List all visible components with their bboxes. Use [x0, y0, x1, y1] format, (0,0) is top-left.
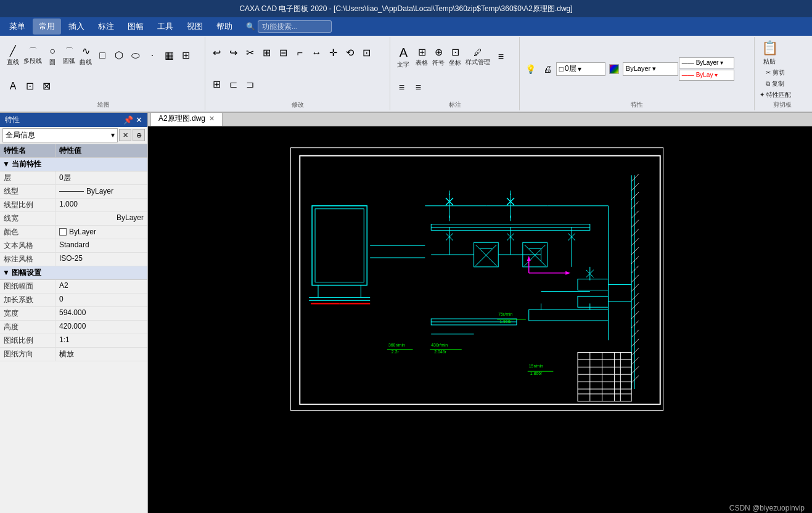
- tool-point[interactable]: ·: [144, 49, 160, 63]
- tool-circle[interactable]: ○ 圆: [44, 44, 60, 67]
- linetype-selector[interactable]: ByLayer ▾: [623, 62, 678, 76]
- canvas-area[interactable]: 360r/min 2.2r 430r/min 2.046r 75r/min 1.…: [148, 126, 812, 513]
- prop-selector-value: 全局信息: [6, 130, 111, 141]
- ribbon-group-modify: ↩ ↪ ✂ ⊞ ⊟ ⌐ ↔ ✛ ⟲ ⊡ ⊞ ⊏ ⊐ 修改: [206, 37, 390, 110]
- tool-poly[interactable]: ⬡: [111, 49, 127, 63]
- copy-label: ⧉ 复制: [766, 80, 784, 88]
- tool-block[interactable]: ⊞: [178, 49, 194, 63]
- tool-cut[interactable]: ✂ 剪切: [758, 68, 793, 78]
- clipboard-tools: 📋 粘贴 ✂ 剪切 ⧉ 复制 ✦ 特性匹配: [758, 38, 807, 100]
- tool-table[interactable]: ⊞ 表格: [414, 46, 430, 68]
- svg-line-63: [631, 256, 639, 264]
- tool-text-ann[interactable]: A 文字: [393, 43, 413, 70]
- svg-text:360r/min: 360r/min: [388, 342, 405, 347]
- color-swatch: [59, 228, 67, 236]
- prop-row-width: 宽度 594.000: [0, 307, 147, 321]
- tool-paste[interactable]: 📋 粘贴: [758, 38, 782, 67]
- tool-curve[interactable]: ∿ 曲线: [78, 44, 94, 67]
- tool-align-left[interactable]: ≡: [493, 50, 509, 64]
- svg-rect-2: [312, 205, 367, 285]
- tool-redo[interactable]: ↪: [225, 46, 241, 60]
- layer-selector-arrow: ▾: [578, 65, 581, 73]
- svg-rect-30: [474, 242, 499, 267]
- menu-item-menu[interactable]: 菜单: [3, 18, 31, 35]
- prop-col-name: 特性名: [0, 144, 55, 157]
- prop-action-btn-2[interactable]: ⊕: [133, 129, 145, 141]
- tool-align-right[interactable]: ≡: [410, 81, 426, 95]
- line-width-selector[interactable]: —— ByLay ▾: [679, 70, 734, 81]
- prop-section-drawing[interactable]: ▼ 图幅设置: [0, 266, 147, 280]
- prop-row-scale: 图纸比例 1:1: [0, 334, 147, 348]
- prop-row-orientation: 图纸方向 横放: [0, 348, 147, 361]
- tool-stretch[interactable]: ⊐: [242, 78, 258, 92]
- tool-move[interactable]: ✛: [325, 46, 341, 60]
- polyline-icon: ⌒: [29, 46, 37, 57]
- svg-rect-77: [578, 279, 609, 290]
- doc-tab-close-button[interactable]: ✕: [209, 115, 215, 123]
- prop-pin-button[interactable]: 📌: [123, 115, 133, 125]
- menu-item-drawing[interactable]: 图幅: [121, 18, 150, 35]
- prop-selector[interactable]: 全局信息 ▾: [2, 128, 118, 142]
- doc-tab-a2[interactable]: A2原理图.dwg ✕: [150, 113, 223, 126]
- tool-fillet[interactable]: ⌐: [292, 46, 308, 60]
- tool-style-mgr[interactable]: 🖊 样式管理: [464, 46, 492, 67]
- layer-selector[interactable]: □ 0层 ▾: [556, 62, 605, 76]
- tool-ellipse[interactable]: ⬭: [128, 49, 144, 63]
- rect-icon: □: [99, 49, 105, 62]
- prop-close-button[interactable]: ✕: [136, 115, 142, 125]
- menu-item-annotation[interactable]: 标注: [92, 18, 120, 35]
- workspace: 特性 📌 ✕ 全局信息 ▾ ✕ ⊕ 特性名 特性值 ▼ 当前特性: [0, 113, 812, 513]
- tool-hatch[interactable]: ▦: [161, 49, 177, 63]
- cut-copy-tools: ✂ 剪切 ⧉ 复制 ✦ 特性匹配: [758, 68, 793, 100]
- svg-line-70: [631, 321, 639, 328]
- line-style-label: —— ByLayer ▾: [682, 59, 723, 66]
- svg-text:430r/min: 430r/min: [431, 342, 448, 347]
- tool-coord[interactable]: ⊡ 坐标: [447, 46, 463, 68]
- tool-array[interactable]: ⊞: [208, 78, 224, 92]
- circle-icon: ○: [49, 45, 55, 58]
- tool-line[interactable]: ╱ 直线: [5, 44, 21, 67]
- search-input[interactable]: [258, 20, 332, 33]
- tool-polyline[interactable]: ⌒ 多段线: [22, 46, 44, 66]
- tool-copy[interactable]: ⧉ 复制: [758, 79, 793, 89]
- tool-match-prop[interactable]: ✦ 特性匹配: [758, 90, 793, 100]
- tool-align-center[interactable]: ≡: [393, 81, 409, 95]
- menu-item-common[interactable]: 常用: [33, 18, 61, 35]
- tool-scale[interactable]: ⊡: [358, 46, 374, 60]
- arc-icon: ⌒: [65, 46, 73, 57]
- menu-item-insert[interactable]: 插入: [62, 18, 91, 35]
- svg-line-76: [631, 376, 639, 383]
- tool-text[interactable]: A: [5, 80, 21, 94]
- text-tool-icon: A: [10, 80, 17, 93]
- annotation-tools: A 文字 ⊞ 表格 ⊕ 符号 ⊡ 坐标 🖊 样式管理: [393, 38, 517, 100]
- tool-color[interactable]: [606, 64, 622, 75]
- tool-rotate[interactable]: ⟲: [342, 46, 358, 60]
- tool-print[interactable]: 🖨: [539, 63, 556, 75]
- hatch-icon: ▦: [165, 49, 174, 62]
- tool-dim[interactable]: ⊡: [22, 80, 38, 94]
- layer-selector-icon: □: [559, 65, 564, 73]
- menu-item-view[interactable]: 视图: [181, 18, 209, 35]
- tool-undo[interactable]: ↩: [208, 46, 224, 60]
- tool-break[interactable]: ⊟: [275, 46, 291, 60]
- scale-icon: ⊡: [363, 47, 371, 60]
- tool-trim[interactable]: ✂: [242, 46, 258, 60]
- tool-more[interactable]: ⊠: [38, 80, 54, 94]
- menu-item-tools[interactable]: 工具: [151, 18, 179, 35]
- line-style-selector[interactable]: —— ByLayer ▾: [679, 57, 734, 68]
- align-center-icon: ≡: [399, 81, 404, 94]
- tool-mirror[interactable]: ↔: [308, 46, 324, 60]
- tool-extend[interactable]: ⊞: [258, 46, 274, 60]
- tool-light[interactable]: 💡: [523, 63, 539, 75]
- svg-line-74: [631, 357, 639, 364]
- tool-arc[interactable]: ⌒ 圆弧: [61, 46, 77, 66]
- menu-item-help[interactable]: 帮助: [210, 18, 239, 35]
- tool-symbol[interactable]: ⊕ 符号: [430, 46, 446, 68]
- print-icon: 🖨: [543, 64, 552, 75]
- prop-action-btn-1[interactable]: ✕: [119, 129, 131, 141]
- break-icon: ⊟: [279, 47, 287, 60]
- tool-offset[interactable]: ⊏: [225, 78, 241, 92]
- tool-rect[interactable]: □: [94, 49, 110, 63]
- offset-icon: ⊏: [229, 78, 237, 91]
- prop-section-current[interactable]: ▼ 当前特性: [0, 158, 147, 171]
